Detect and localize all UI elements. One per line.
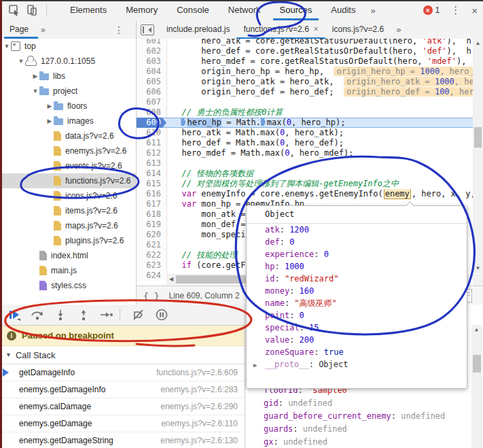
panel-tab-memory[interactable]: Memory <box>116 0 167 20</box>
scope-scrollbar[interactable]: ▲ <box>471 325 482 448</box>
tree-item-events-js-v-2-6[interactable]: events.js?v=2.6 <box>0 158 136 173</box>
callstack-frame[interactable]: enemys.getDamageenemys.js?v=2.6:110 <box>0 415 245 432</box>
tree-item-items-js-v-2-6[interactable]: items.js?v=2.6 <box>0 203 136 218</box>
tree-item-enemys-js-v-2-6[interactable]: enemys.js?v=2.6 <box>0 143 136 158</box>
scope-property-row[interactable]: gx: undefined <box>245 436 483 448</box>
code-line-610[interactable]: 610 hero_atk = Math.max(0, hero_atk); <box>137 128 473 138</box>
code-line-609[interactable]: 609 hero_hp = Math.max(0, hero_hp); <box>137 118 473 128</box>
chevron-right-icon[interactable]: ▶ <box>46 118 54 124</box>
tree-item-images[interactable]: ▶images <box>0 114 136 128</box>
line-number[interactable]: 612 <box>137 148 167 158</box>
scope-property-row[interactable]: guards: undefined <box>245 423 483 436</box>
line-number[interactable]: 603 <box>137 56 167 67</box>
step-position-marker[interactable] <box>181 118 185 126</box>
code-line-604[interactable]: 604 origin_hero_hp = hero_hp, origin_her… <box>137 67 473 77</box>
devtools-menu-button[interactable]: ⋮ <box>450 4 461 16</box>
line-number[interactable]: 614 <box>137 169 167 179</box>
line-number[interactable]: 622 <box>137 250 167 260</box>
line-number[interactable]: 617 <box>137 199 167 209</box>
chevron-down-icon[interactable]: ▼ <box>3 43 11 50</box>
line-number[interactable]: 615 <box>137 179 167 189</box>
code-line-611[interactable]: 611 hero_def = Math.max(0, hero_def); <box>137 138 473 148</box>
tree-item-main-js[interactable]: main.js <box>0 263 136 278</box>
code-line-612[interactable]: 612 hero_mdef = Math.max(0, hero_mdef); <box>137 148 473 158</box>
callstack-frame[interactable]: enemys.calDamageenemys.js?v=2.6:290 <box>0 398 245 415</box>
editor-vertical-scrollbar[interactable]: ▲ ▼ <box>473 39 483 273</box>
panel-tab-audits[interactable]: Audits <box>321 0 365 20</box>
scroll-down-icon[interactable]: ▼ <box>473 264 483 273</box>
panel-tab-sources[interactable]: Sources <box>270 0 322 20</box>
tree-item-maps-js-v-2-6[interactable]: maps.js?v=2.6 <box>0 218 136 233</box>
callstack-frame[interactable]: enemys.getDamageStringenemys.js?v=2.6:13… <box>0 432 245 448</box>
line-number[interactable]: 606 <box>137 87 167 97</box>
step-button[interactable] <box>98 307 115 323</box>
proto-row[interactable]: ▶ __proto__: Object <box>247 358 467 371</box>
line-number[interactable]: 621 <box>137 240 167 250</box>
code-line-614[interactable]: 614 // 怪物的各项数据 <box>137 169 473 179</box>
editor-more-tabs-button[interactable]: » <box>391 24 406 35</box>
tree-item-127-0-0-1-1055[interactable]: ▼127.0.0.1:1055 <box>0 54 136 69</box>
tree-item-libs[interactable]: ▶libs <box>0 69 136 84</box>
editor-tab[interactable]: icons.js?v=2.6 <box>325 20 391 39</box>
navigator-menu-button[interactable]: ⋮ <box>114 24 124 35</box>
scrollbar-thumb[interactable] <box>473 355 481 373</box>
line-number[interactable]: 602 <box>137 46 167 56</box>
code-line-607[interactable]: 607 <box>137 97 473 107</box>
line-number[interactable]: 620 <box>137 230 167 240</box>
code-line-605[interactable]: 605 origin_hero_atk = hero_atk, origin_h… <box>137 77 473 87</box>
line-number[interactable]: 618 <box>137 209 167 220</box>
tree-item-project[interactable]: ▼project <box>0 84 136 99</box>
scroll-up-icon[interactable]: ▲ <box>473 39 483 48</box>
tree-item-data-js-v-2-6[interactable]: data.js?v=2.6 <box>0 128 136 143</box>
navigator-more-tabs-button[interactable]: » <box>41 25 46 35</box>
chevron-down-icon[interactable]: ▼ <box>17 58 25 65</box>
tree-item-icons-js-v-2-6[interactable]: icons.js?v=2.6 <box>0 188 136 203</box>
chevron-right-icon[interactable]: ▶ <box>31 73 39 80</box>
editor-tab[interactable]: include.preload.js <box>160 20 236 39</box>
devtools-close-button[interactable]: × <box>471 5 478 16</box>
code-line-602[interactable]: 602 hero_def = core.getRealStatusOrDefau… <box>137 46 473 56</box>
tree-item-index-html[interactable]: index.html <box>0 248 136 263</box>
step-over-button[interactable] <box>29 307 46 323</box>
resume-button[interactable] <box>5 307 23 323</box>
hide-navigator-icon[interactable] <box>141 24 154 35</box>
code-line-608[interactable]: 608 // 勇士的负属性都按0计算 <box>137 107 473 118</box>
callstack-frame[interactable]: enemys.getDamageInfoenemys.js?v=2.6:283 <box>0 381 245 398</box>
tree-item-plugins-js-v-2-6[interactable]: plugins.js?v=2.6 <box>0 233 136 248</box>
line-number[interactable]: 607 <box>137 97 167 107</box>
scope-property-row[interactable]: gid: undefined <box>245 397 483 410</box>
line-number[interactable]: 616 <box>137 189 167 199</box>
scrollbar-thumb[interactable] <box>474 127 482 148</box>
editor-tab[interactable]: functions.js?v=2.6× <box>236 20 325 39</box>
line-number[interactable]: 623 <box>137 260 167 271</box>
step-position-marker[interactable] <box>261 118 266 126</box>
step-out-button[interactable] <box>75 307 92 323</box>
line-number[interactable]: 624 <box>137 271 167 281</box>
code-line-613[interactable]: 613 <box>137 158 473 169</box>
scroll-up-icon[interactable]: ▲ <box>471 325 482 334</box>
deactivate-breakpoints-button[interactable] <box>130 307 147 323</box>
panel-tab-elements[interactable]: Elements <box>60 0 116 20</box>
step-into-button[interactable] <box>52 307 69 323</box>
panel-tab-network[interactable]: Network <box>219 0 270 20</box>
close-tab-icon[interactable]: × <box>314 24 319 34</box>
callstack-frame[interactable]: getDamageInfofunctions.js?v=2.6:609 <box>0 364 245 381</box>
hovered-variable[interactable]: enemy <box>384 189 411 199</box>
device-toolbar-icon[interactable] <box>24 3 39 17</box>
line-number[interactable]: 601 <box>137 39 167 46</box>
line-number[interactable]: 610 <box>137 128 167 138</box>
navigator-tab-page[interactable]: Page <box>7 20 31 39</box>
line-number[interactable]: 619 <box>137 220 167 230</box>
line-number[interactable]: 613 <box>137 158 167 169</box>
panel-tab-console[interactable]: Console <box>167 0 219 20</box>
more-panels-button[interactable]: » <box>365 5 380 16</box>
error-badge[interactable]: × 1 <box>423 5 440 15</box>
pretty-print-icon[interactable]: { } <box>143 291 159 301</box>
line-number[interactable]: 604 <box>137 67 167 77</box>
chevron-down-icon[interactable]: ▼ <box>31 88 39 94</box>
code-line-603[interactable]: 603 hero_mdef = core.getRealStatusOrDefa… <box>137 56 473 67</box>
tree-item-top[interactable]: ▼top <box>0 39 136 54</box>
code-line-616[interactable]: 616 var enemyInfo = core.enemys.getEnemy… <box>137 189 473 199</box>
breakpoint-line-number[interactable]: 609 <box>137 118 166 128</box>
tree-item-floors[interactable]: ▶floors <box>0 99 136 114</box>
